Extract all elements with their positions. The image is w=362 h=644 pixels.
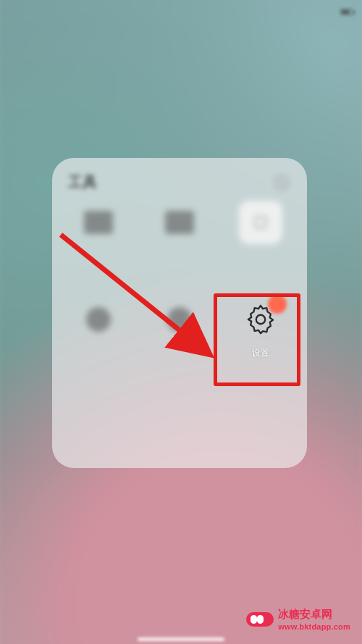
app-tile-1[interactable]: [58, 201, 139, 295]
svg-point-0: [256, 315, 265, 324]
app-tile-4[interactable]: [58, 298, 139, 392]
watermark-brand: 冰糖安卓网: [278, 608, 332, 622]
battery-icon: [340, 9, 353, 15]
folder-more-button[interactable]: [272, 173, 291, 192]
watermark-badge: [246, 612, 274, 627]
app-tile-2[interactable]: [139, 201, 220, 295]
status-right: [338, 9, 353, 15]
app-tile-settings[interactable]: 设置: [220, 298, 301, 392]
folder-grid: 设置: [52, 196, 307, 392]
folder-header: 工具: [52, 158, 307, 196]
watermark-url: www.bktdapp.com: [278, 622, 350, 631]
watermark: 冰糖安卓网 www.bktdapp.com: [240, 605, 356, 634]
notification-badge: [268, 295, 287, 314]
folder-title: 工具: [68, 172, 97, 192]
app-folder[interactable]: 工具: [52, 158, 307, 468]
app-tile-3[interactable]: [220, 201, 301, 295]
settings-label: 设置: [252, 347, 270, 359]
app-tile-5[interactable]: [139, 298, 220, 392]
status-bar: [0, 0, 362, 23]
home-indicator[interactable]: [138, 637, 224, 641]
gamepad-icon: [251, 615, 264, 624]
